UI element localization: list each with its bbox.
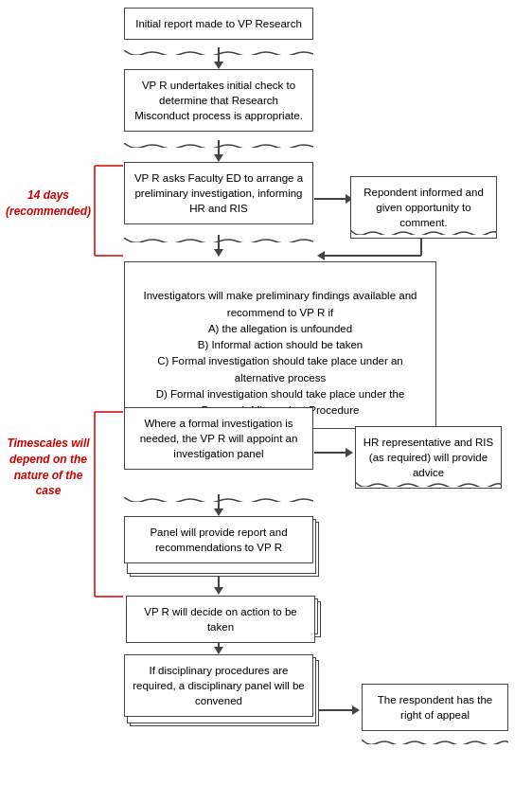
box-initial-report: Initial report made to VP Research — [124, 8, 313, 40]
svg-marker-24 — [214, 587, 223, 595]
svg-marker-8 — [317, 251, 325, 260]
box-panel-report: Panel will provide report and recommenda… — [124, 516, 313, 563]
label-timescales: Timescales will depend on the nature of … — [2, 436, 95, 499]
svg-marker-1 — [214, 62, 223, 69]
svg-marker-28 — [352, 705, 360, 715]
box-vpr-decide: VP R will decide on action to be taken — [126, 596, 315, 643]
svg-marker-17 — [346, 448, 353, 457]
svg-marker-22 — [214, 509, 223, 516]
label-14-days: 14 days (recommended) — [2, 187, 95, 220]
svg-marker-13 — [214, 249, 223, 257]
box-vpr-check: VP R undertakes initial check to determi… — [124, 69, 313, 132]
box-vpr-faculty: VP R asks Faculty ED to arrange a prelim… — [124, 162, 313, 224]
box-formal-investigation: Where a formal investigation is needed, … — [124, 407, 313, 470]
svg-marker-3 — [214, 154, 223, 162]
box-investigators: Investigators will make preliminary find… — [124, 261, 436, 429]
box-disciplinary: If disciplinary procedures are required,… — [124, 654, 313, 717]
svg-marker-26 — [214, 647, 223, 654]
box-right-of-appeal: The respondent has the right of appeal — [362, 684, 508, 731]
